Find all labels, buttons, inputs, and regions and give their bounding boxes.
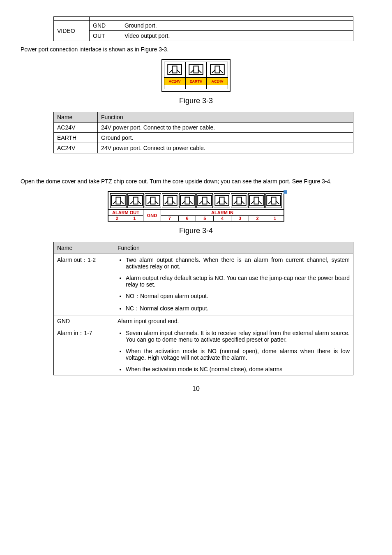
alarm-num: 2: [249, 215, 267, 221]
alarm-out-label: ALARM OUT: [108, 210, 143, 215]
alarm-num: 2: [108, 215, 126, 221]
svg-line-38: [217, 201, 219, 204]
table-cell: EARTH: [54, 133, 98, 143]
alarm-diagram-container: ALARM OUT 2 1 GND ALARM IN 7 6 5 4 3 2 1: [21, 191, 371, 235]
svg-rect-9: [215, 66, 219, 73]
table-header: Function: [98, 112, 353, 123]
bullet-item: Two alarm output channels. When there is…: [126, 257, 350, 270]
table-header: Function: [114, 242, 353, 254]
alarm-num: 7: [161, 215, 179, 221]
terminal-icon: [162, 193, 178, 208]
svg-line-27: [173, 201, 175, 204]
table-cell: [90, 17, 121, 21]
svg-rect-33: [202, 197, 207, 204]
svg-line-2: [169, 70, 172, 73]
svg-line-43: [242, 201, 244, 204]
table-cell: Seven alarm input channels. It is to rec…: [114, 327, 353, 375]
svg-rect-5: [194, 66, 198, 73]
svg-line-11: [220, 70, 223, 73]
figure-caption: Figure 3-4: [21, 227, 371, 235]
svg-rect-21: [150, 197, 155, 204]
figure-caption: Figure 3-3: [21, 97, 371, 105]
svg-line-14: [113, 201, 116, 204]
terminal-icon: [214, 193, 230, 208]
terminal-icon: [265, 193, 282, 208]
svg-line-30: [182, 201, 185, 204]
table-cell: Alarm input ground end.: [114, 315, 353, 327]
power-diagram-container: AC24V EARTH AC24V Figure 3-3: [21, 59, 371, 105]
table-cell: OUT: [90, 31, 121, 41]
open-dome-text: Open the dome cover and take PTZ chip co…: [21, 178, 371, 185]
table-cell: [54, 17, 90, 21]
table-cell: AC24V: [54, 143, 98, 153]
gnd-label: GND: [143, 210, 161, 221]
table-cell: Ground port.: [98, 133, 353, 143]
svg-rect-1: [172, 66, 177, 73]
alarm-diagram: ALARM OUT 2 1 GND ALARM IN 7 6 5 4 3 2 1: [108, 191, 284, 222]
terminal-icon: [207, 62, 228, 77]
svg-line-35: [207, 201, 210, 204]
svg-line-6: [191, 70, 194, 73]
table-header: Name: [54, 112, 98, 123]
svg-line-26: [165, 201, 168, 204]
table-cell: [121, 17, 353, 21]
power-function-table: Name Function AC24V 24V power port. Conn…: [53, 112, 353, 153]
table-cell: AC24V: [54, 123, 98, 133]
table-cell: Video output port.: [121, 31, 353, 41]
terminal-icon: [110, 193, 127, 208]
svg-line-22: [148, 201, 150, 204]
alarm-dot-icon: [284, 190, 287, 194]
svg-rect-29: [185, 197, 189, 204]
svg-line-19: [138, 201, 141, 204]
alarm-num: 3: [231, 215, 249, 221]
svg-line-42: [234, 201, 237, 204]
alarm-num: 1: [126, 215, 143, 221]
video-port-table: VIDEO GND Ground port. OUT Video output …: [53, 16, 353, 41]
svg-rect-45: [254, 197, 258, 204]
alarm-num: 6: [179, 215, 196, 221]
svg-line-34: [199, 201, 202, 204]
svg-rect-25: [168, 197, 172, 204]
table-cell: VIDEO: [54, 21, 90, 41]
svg-line-31: [190, 201, 193, 204]
svg-line-7: [198, 70, 201, 73]
bullet-item: Seven alarm input channels. It is to rec…: [126, 330, 350, 343]
svg-line-50: [268, 201, 271, 204]
svg-line-46: [251, 201, 254, 204]
terminal-icon: [127, 193, 144, 208]
table-cell: Ground port.: [121, 21, 353, 31]
terminal-icon: [145, 193, 161, 208]
svg-rect-41: [237, 197, 241, 204]
terminal-icon: [196, 193, 213, 208]
terminal-icon: [164, 62, 185, 77]
alarm-num: 1: [266, 215, 284, 221]
svg-rect-13: [116, 197, 120, 204]
terminal-icon: [231, 193, 247, 208]
svg-line-23: [155, 201, 158, 204]
power-label: EARTH: [185, 78, 207, 85]
power-label: AC24V: [207, 78, 228, 85]
page-number: 10: [21, 385, 371, 393]
svg-rect-49: [271, 197, 276, 204]
table-cell: Two alarm output channels. When there is…: [114, 254, 353, 315]
terminal-icon: [185, 62, 207, 77]
power-intro-text: Power port connection interface is shown…: [21, 46, 371, 53]
alarm-in-label: ALARM IN: [161, 210, 284, 215]
svg-line-18: [130, 201, 133, 204]
svg-rect-37: [219, 197, 224, 204]
bullet-item: Alarm output relay default setup is NO. …: [126, 275, 350, 288]
table-cell: 24V power port. Connect to the power cab…: [98, 123, 353, 133]
table-header: Name: [54, 242, 114, 254]
svg-line-47: [259, 201, 262, 204]
svg-rect-17: [133, 197, 138, 204]
power-diagram: AC24V EARTH AC24V: [161, 59, 231, 92]
terminal-icon: [248, 193, 265, 208]
svg-line-3: [177, 70, 180, 73]
bullet-item: When the activation mode is NC (normal c…: [126, 366, 350, 372]
table-cell: 24V power port. Connect to power cable.: [98, 143, 353, 153]
svg-line-10: [212, 70, 215, 73]
alarm-function-table: Name Function Alarm out：1-2 Two alarm ou…: [53, 242, 353, 375]
svg-line-15: [121, 201, 124, 204]
table-cell: Alarm in：1-7: [54, 327, 114, 375]
bullet-item: When the activation mode is NO (normal o…: [126, 348, 350, 361]
